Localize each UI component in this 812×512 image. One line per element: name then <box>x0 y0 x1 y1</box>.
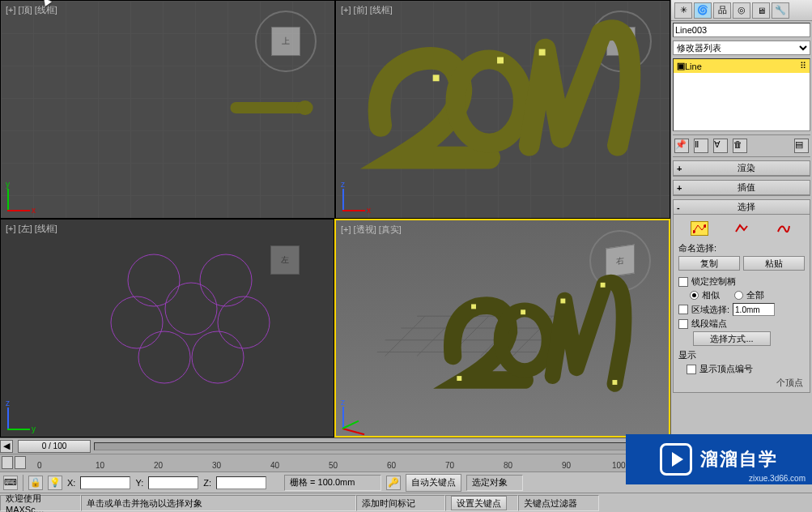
modifier-list-dropdown[interactable]: 修改器列表 <box>673 41 810 55</box>
auto-key-button[interactable]: 自动关键点 <box>406 474 461 492</box>
grid-label: 栅格 = 100.0mm <box>284 475 381 491</box>
utilities-tab[interactable]: 🔧 <box>772 2 789 19</box>
viewcube-top[interactable]: 上 <box>253 9 318 74</box>
trackbar-toggle-1[interactable] <box>2 456 13 469</box>
add-time-tag-button[interactable]: 添加时间标记 <box>356 495 445 511</box>
y-label: Y: <box>135 478 143 488</box>
watermark-overlay: 溜溜自学 zixue.3d66.com <box>626 434 812 484</box>
segment-end-checkbox[interactable] <box>678 319 688 329</box>
area-select-spinner[interactable]: 1.0mm <box>733 303 775 316</box>
x-coord-input[interactable] <box>80 476 130 489</box>
viewport-container: [+] [顶] [线框] 上 xy [+] [前] [线框] 前 <box>0 0 670 437</box>
command-panel: ✳ 🌀 品 ◎ 🖥 🔧 修改器列表 ▣ Line ⠿ 📌 Ⅱ ∀ 🗑 <box>670 0 812 437</box>
welcome-label: 欢迎使用 MAXSc… <box>0 495 81 511</box>
copy-selection-button[interactable]: 复制 <box>678 256 740 271</box>
hierarchy-tab[interactable]: 品 <box>713 2 731 19</box>
motion-tab[interactable]: ◎ <box>733 2 750 19</box>
modifier-stack[interactable]: ▣ Line ⠿ <box>673 58 810 131</box>
object-name-input[interactable] <box>673 23 810 37</box>
key-mode-button[interactable]: 🔑 <box>386 476 401 490</box>
watermark-url: zixue.3d66.com <box>749 474 806 483</box>
subobj-segment-button[interactable] <box>733 221 750 236</box>
selected-filter[interactable]: 选定对象 <box>466 475 523 491</box>
make-unique-button[interactable]: ∀ <box>713 139 728 153</box>
svg-point-6 <box>165 283 217 335</box>
selection-lock-button[interactable]: 🔒 <box>28 476 43 490</box>
viewport-perspective[interactable]: [+] [透视] [真实] 右 <box>334 219 670 437</box>
maxscript-listener-button[interactable]: ⌨ <box>3 476 18 490</box>
area-select-checkbox[interactable] <box>678 305 688 314</box>
time-slider-prev[interactable]: ◀ <box>0 440 13 453</box>
y-coord-input[interactable] <box>148 476 198 489</box>
display-tab[interactable]: 🖥 <box>752 2 770 19</box>
watermark-text: 溜溜自学 <box>700 447 778 471</box>
x-label: X: <box>67 478 75 488</box>
trackbar-toggle-2[interactable] <box>15 456 26 469</box>
rollout-render: +渲染 <box>673 160 810 177</box>
modifier-stack-item-line[interactable]: ▣ Line ⠿ <box>674 59 810 73</box>
rollout-interpolation: +插值 <box>673 180 810 196</box>
viewcube-persp[interactable]: 右 <box>588 228 653 293</box>
modifier-stack-tools: 📌 Ⅱ ∀ 🗑 ▤ <box>673 134 810 157</box>
viewport-front-label: [+] [前] [线框] <box>341 4 393 16</box>
remove-modifier-button[interactable]: 🗑 <box>733 139 747 153</box>
cursor-icon <box>42 0 55 13</box>
svg-point-10 <box>218 297 270 348</box>
rollout-selection: -选择 命名选择: 复制 粘贴 锁定控制柄 相似 <box>673 199 810 393</box>
key-filters-button[interactable]: 关键点过滤器 <box>518 495 599 511</box>
svg-point-7 <box>138 331 190 383</box>
viewport-front[interactable]: [+] [前] [线框] 前 xz <box>335 0 670 219</box>
show-vertex-numbers-checkbox[interactable] <box>687 365 696 374</box>
watermark-logo-icon <box>660 443 692 476</box>
z-label: Z: <box>203 478 211 488</box>
svg-point-9 <box>111 297 163 348</box>
loft-section-circles <box>1 220 334 437</box>
select-by-button[interactable]: 选择方式... <box>693 331 771 346</box>
create-tab[interactable]: ✳ <box>674 2 692 19</box>
svg-point-12 <box>200 254 252 306</box>
svg-point-11 <box>128 254 180 306</box>
prompt-hint: 单击或单击并拖动以选择对象 <box>81 495 356 511</box>
named-selections-label: 命名选择: <box>678 242 805 254</box>
modify-tab[interactable]: 🌀 <box>694 2 712 19</box>
pin-stack-button[interactable]: 📌 <box>674 139 689 153</box>
subobj-vertex-button[interactable] <box>691 221 708 236</box>
viewport-top[interactable]: [+] [顶] [线框] 上 xy <box>0 0 335 219</box>
time-slider-handle[interactable]: 0 / 100 <box>18 440 91 453</box>
set-key-button[interactable]: 设置关键点 <box>451 496 507 510</box>
command-panel-tabs: ✳ 🌀 品 ◎ 🖥 🔧 <box>671 0 812 21</box>
configure-sets-button[interactable]: ▤ <box>794 139 809 153</box>
viewport-left[interactable]: [+] [左] [线框] 左 yz <box>0 219 334 437</box>
expand-icon[interactable]: ▣ <box>677 61 685 71</box>
similar-radio[interactable] <box>690 291 699 300</box>
subobj-spline-button[interactable] <box>775 221 793 236</box>
paste-selection-button[interactable]: 粘贴 <box>743 256 805 271</box>
lock-handles-checkbox[interactable] <box>678 277 688 287</box>
z-coord-input[interactable] <box>216 476 266 489</box>
svg-point-8 <box>192 331 244 383</box>
display-group-label: 显示 <box>678 349 805 361</box>
show-end-result-button[interactable]: Ⅱ <box>694 139 708 153</box>
isolate-button[interactable]: 💡 <box>48 476 62 490</box>
all-radio[interactable] <box>734 291 743 300</box>
viewport-left-label: [+] [左] [线框] <box>6 223 57 235</box>
vertex-count-label: 个顶点 <box>678 377 805 389</box>
svg-point-20 <box>693 230 695 233</box>
viewport-persp-label: [+] [透视] [真实] <box>341 224 402 236</box>
viewcube-front[interactable]: 前 <box>589 9 653 74</box>
